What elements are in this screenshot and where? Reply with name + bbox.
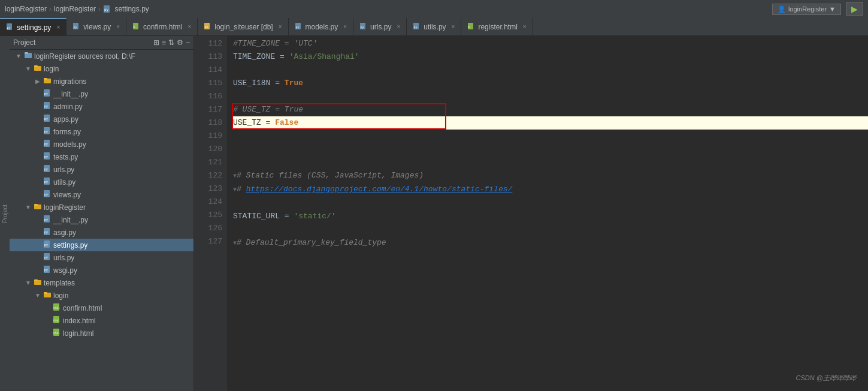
tree-item[interactable]: ▼login (10, 62, 193, 75)
tree-icon-4[interactable]: ⚙ (177, 38, 183, 47)
tab-close-button[interactable]: × (452, 23, 455, 30)
svg-text:py: py (44, 193, 49, 197)
tab-close-button[interactable]: × (523, 23, 527, 30)
tab-loginsiteuserdb[interactable]: dblogin_siteuser [db]× (198, 18, 288, 35)
tree-item[interactable]: pyasgi.py (10, 226, 193, 239)
tree-item[interactable]: htmllogin.html (10, 327, 193, 339)
tree-indent (10, 216, 32, 224)
tree-item[interactable]: pyforms.py (10, 125, 193, 138)
tree-icon-5[interactable]: − (186, 38, 190, 47)
tab-modelspy[interactable]: pymodels.py× (289, 18, 354, 35)
line-number: 113 (199, 50, 222, 64)
svg-text:py: py (44, 243, 49, 247)
tree-item-name: wsgi.py (53, 266, 77, 275)
tab-urlspy[interactable]: pyurls.py× (353, 18, 407, 35)
code-line[interactable]: USE_TZ = False (233, 116, 868, 130)
code-line[interactable]: ▼# Default_primary_key_field_type (233, 236, 868, 250)
tab-close-button[interactable]: × (116, 23, 120, 30)
tab-utilspy[interactable]: pyutils.py× (407, 18, 461, 35)
code-line[interactable] (233, 130, 868, 143)
code-line[interactable] (233, 197, 868, 210)
line-number: 123 (199, 182, 222, 196)
tree-arrow-icon[interactable]: ▼ (25, 279, 32, 286)
tree-item[interactable]: ▼login (10, 289, 193, 302)
tree-item[interactable]: pyurls.py (10, 251, 193, 264)
code-line[interactable]: ▼# https://docs.djangoproject.com/en/4.1… (233, 183, 868, 197)
tab-close-button[interactable]: × (397, 23, 400, 30)
tree-arrow-icon[interactable]: ▼ (15, 53, 22, 59)
tree-item[interactable]: pytests.py (10, 151, 193, 163)
tree-item[interactable]: pyviews.py (10, 188, 193, 201)
tree-item[interactable]: ▼loginRegister sources root, D:\F (10, 50, 193, 62)
tab-confirmhtml[interactable]: hconfirm.html× (126, 18, 198, 35)
code-line[interactable] (233, 156, 868, 169)
tree-indent (10, 115, 32, 124)
tree-item[interactable]: pyadmin.py (10, 100, 193, 113)
tree-file-icon: py (43, 127, 52, 137)
tree-arrow-icon[interactable]: ▼ (25, 65, 32, 72)
svg-text:py: py (44, 230, 49, 234)
tree-icon-2[interactable]: ≡ (162, 38, 166, 47)
tab-file-icon: py (413, 22, 421, 32)
tree-item[interactable]: htmlindex.html (10, 314, 193, 327)
tab-file-icon: h (467, 22, 475, 32)
tree-item[interactable]: pyapps.py (10, 113, 193, 125)
tree-icon-3[interactable]: ⇅ (168, 38, 174, 47)
tree-item[interactable]: ▼templates (10, 276, 193, 289)
code-text (233, 130, 238, 143)
code-line[interactable] (233, 64, 868, 77)
tree-indent (10, 65, 23, 73)
line-number: 115 (199, 77, 222, 90)
tab-file-icon: py (6, 23, 14, 32)
code-line[interactable] (233, 223, 868, 236)
svg-rect-57 (44, 292, 47, 294)
code-line[interactable] (233, 143, 868, 156)
svg-text:h: h (134, 25, 135, 28)
tree-item[interactable]: py__init__.py (10, 88, 193, 100)
tab-label: register.html (478, 23, 517, 31)
breadcrumb-sep1: › (49, 5, 52, 13)
tab-settingspy[interactable]: pysettings.py× (0, 18, 66, 35)
code-line[interactable]: #TIME_ZONE = 'UTC' (233, 37, 868, 50)
code-line[interactable]: TIME_ZONE = 'Asia/Shanghai' (233, 50, 868, 64)
breadcrumb-part2[interactable]: loginRegister (54, 5, 96, 13)
tab-label: login_siteuser [db] (214, 23, 273, 31)
tree-arrow-icon[interactable]: ▼ (25, 204, 32, 210)
docs-link[interactable]: https://docs.djangoproject.com/en/4.1/ho… (246, 185, 513, 194)
tree-file-icon: html (53, 303, 61, 313)
tab-close-button[interactable]: × (187, 23, 191, 30)
tree-item[interactable]: pyurls.py (10, 163, 193, 176)
tree-item[interactable]: pywsgi.py (10, 264, 193, 276)
tree-item[interactable]: pymodels.py (10, 138, 193, 151)
tree-icon-1[interactable]: ⊞ (153, 38, 159, 47)
tree-item[interactable]: pysettings.py (10, 239, 193, 251)
code-line[interactable]: # USE_TZ = True (233, 103, 868, 116)
tree-indent (10, 304, 42, 312)
tab-close-button[interactable]: × (343, 23, 347, 30)
main-content: Project Project ⊞ ≡ ⇅ ⚙ − ▼loginRegister… (0, 36, 868, 391)
run-button[interactable]: ▶ (846, 2, 863, 16)
tree-item[interactable]: htmlconfirm.html (10, 302, 193, 314)
user-button[interactable]: 👤 loginRegister ▼ (772, 4, 841, 15)
code-text (233, 156, 238, 169)
code-line[interactable] (233, 90, 868, 103)
tree-arrow-icon[interactable]: ▼ (34, 292, 41, 299)
tab-close-button[interactable]: × (279, 23, 282, 30)
tab-close-button[interactable]: × (56, 24, 60, 31)
code-line[interactable]: STATIC_URL = 'static/' (233, 210, 868, 223)
tab-viewspy[interactable]: pyviews.py× (66, 18, 126, 35)
tree-item[interactable]: pyutils.py (10, 176, 193, 188)
tree-file-icon: py (43, 89, 52, 99)
tree-item-name: urls.py (53, 166, 74, 174)
tree-arrow-icon[interactable]: ▶ (34, 78, 41, 85)
code-content[interactable]: 1121131141151161171181191201211221231241… (194, 36, 868, 391)
code-lines[interactable]: #TIME_ZONE = 'UTC'TIME_ZONE = 'Asia/Shan… (227, 36, 868, 391)
tree-item[interactable]: ▼loginRegister (10, 201, 193, 213)
code-line[interactable]: USE_I18N = True (233, 77, 868, 90)
tree-indent (10, 77, 32, 86)
code-line[interactable]: ▼# Static files (CSS, JavaScript, Images… (233, 169, 868, 183)
tree-item[interactable]: py__init__.py (10, 213, 193, 226)
tree-item[interactable]: ▶migrations (10, 75, 193, 88)
tab-registerhtml[interactable]: hregister.html× (461, 18, 533, 35)
breadcrumb-part1[interactable]: loginRegister (5, 5, 47, 13)
